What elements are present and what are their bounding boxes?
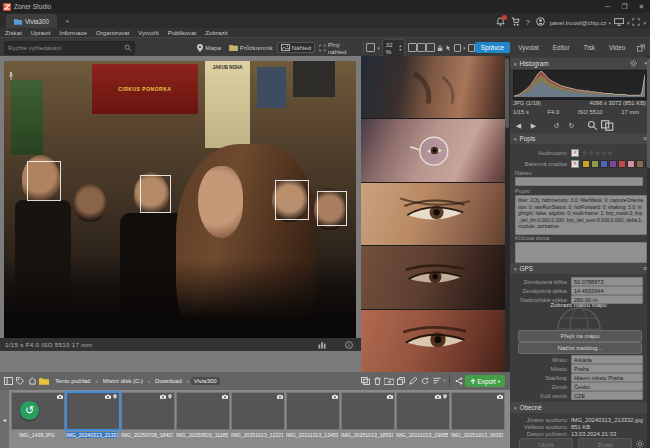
move-to-folder-icon[interactable]	[383, 375, 395, 387]
menu-publikovat[interactable]: Publikovat	[168, 29, 197, 36]
collapse-chevron-icon[interactable]: ▾	[514, 266, 517, 272]
star-icon[interactable]: ☆	[582, 149, 587, 156]
load-tracklog-button[interactable]: Načíst tracklog...	[518, 342, 642, 354]
map-button[interactable]: Mapa	[193, 42, 224, 54]
auto-enhance-icon[interactable]	[454, 44, 461, 52]
home-icon[interactable]	[26, 375, 38, 387]
next-photo-button[interactable]: ▶	[527, 120, 540, 131]
color-swatch[interactable]	[600, 160, 608, 168]
collapse-chevron-icon[interactable]: ▾	[514, 136, 517, 142]
trash-icon[interactable]	[371, 375, 383, 387]
export-button[interactable]: Export ▾	[465, 375, 505, 387]
folder-tab-active[interactable]: Vivia300	[6, 14, 57, 28]
clear-rating-checkbox[interactable]: ✕	[571, 149, 579, 157]
star-rating[interactable]: ☆☆☆☆☆	[582, 149, 613, 156]
thumbnail-img-20240313-213332-j[interactable]: IMG_20240313_213332.j...	[66, 392, 118, 438]
sort-icon[interactable]	[431, 375, 443, 387]
navigate-up-overlay-icon[interactable]: ↺	[20, 401, 39, 420]
thumbnail-img-20251013-122218[interactable]: IMG_20251013_122218...	[231, 392, 283, 438]
panel-settings-gear-icon[interactable]	[636, 440, 644, 448]
collapse-chevron-icon[interactable]: ▾	[514, 405, 517, 411]
close-button[interactable]: ✕	[633, 0, 650, 13]
thumbnail-img-20211013-190851-j[interactable]: IMG_20211013_190851.j...	[396, 392, 448, 438]
face-detection-box[interactable]	[140, 175, 172, 213]
rotate-left-icon[interactable]: ↺	[550, 120, 563, 131]
tab-tisk[interactable]: Tisk	[578, 42, 601, 53]
state-input[interactable]: Hlavní město Praha	[571, 373, 643, 382]
thumbnail-img-20211013-124533-j[interactable]: IMG_20211013_124533.j...	[286, 392, 338, 438]
show-small-map-link[interactable]: Zobrazit malou mapu	[510, 302, 647, 308]
cancel-button[interactable]: Zrušit	[578, 438, 632, 448]
longitude-input[interactable]: 14.4533944	[571, 286, 643, 295]
zoom-crop-3[interactable]	[361, 183, 509, 245]
color-swatch[interactable]	[636, 160, 644, 168]
star-icon[interactable]: ☆	[608, 149, 613, 156]
minimize-button[interactable]: ─	[599, 0, 616, 13]
zoom-crop-5[interactable]	[361, 310, 509, 372]
country-code-input[interactable]: CZE	[571, 391, 643, 400]
rotate-icon[interactable]	[419, 375, 431, 387]
menu-ziskat[interactable]: Získat	[5, 29, 22, 36]
view-options-icon[interactable]	[359, 375, 371, 387]
full-preview-button[interactable]: Plný náhled	[315, 39, 359, 57]
menu-organizovat[interactable]: Organizovat	[96, 29, 129, 36]
compare-icon[interactable]	[601, 120, 614, 131]
menu-upravit[interactable]: Upravit	[31, 29, 51, 36]
color-swatch[interactable]	[591, 160, 599, 168]
clear-color-checkbox[interactable]: ✕	[571, 160, 579, 168]
rotate-right-icon[interactable]: ↻	[565, 120, 578, 131]
thumbnail-img-20251013-000318-j[interactable]: IMG_20251013_000318.j...	[451, 392, 503, 438]
star-icon[interactable]: ☆	[601, 149, 606, 156]
fill-view-icon[interactable]	[417, 43, 426, 52]
face-detection-box[interactable]	[27, 161, 61, 202]
fullscreen-chevron-icon[interactable]: ▾	[643, 20, 646, 26]
breadcrumb-download[interactable]: Download	[152, 377, 185, 385]
thumbnail-img-20250708-184038-j[interactable]: IMG_20250708_184038.j...	[121, 392, 173, 438]
undock-window-icon[interactable]	[637, 44, 645, 52]
face-detection-box[interactable]	[275, 180, 309, 219]
color-swatch[interactable]	[582, 160, 590, 168]
tab-spravce[interactable]: Správce	[475, 42, 510, 53]
zoom-mode-icon[interactable]	[366, 43, 375, 52]
thumbnail-img-20250820-111855[interactable]: IMG_20250820_111855_...	[176, 392, 228, 438]
copy-icon[interactable]	[395, 375, 407, 387]
thumbnail-img-20251013-185316-j[interactable]: IMG_20251013_185316.j...	[341, 392, 393, 438]
name-input[interactable]	[515, 177, 643, 186]
display-settings-button[interactable]	[614, 18, 624, 26]
menu-vytvorit[interactable]: Vytvořit	[138, 29, 158, 36]
country-input[interactable]: Česko	[571, 382, 643, 391]
auto-enhance-chevron-icon[interactable]: ▾	[463, 45, 466, 51]
tab-video[interactable]: Video	[603, 42, 631, 53]
histogram-toggle-icon[interactable]	[318, 341, 327, 349]
zoom-crop-1[interactable]	[361, 56, 509, 118]
share-icon[interactable]	[453, 375, 465, 387]
magnifier-icon[interactable]	[586, 120, 599, 131]
face-detection-box[interactable]	[317, 191, 347, 226]
explorer-button[interactable]: Průzkumník	[225, 42, 277, 53]
notifications-button[interactable]	[496, 17, 505, 26]
fit-view-icon[interactable]	[408, 43, 417, 52]
user-email[interactable]: pavel.trousil@chip.cz	[550, 20, 607, 26]
tab-vyvolat[interactable]: Vyvolat	[512, 42, 545, 53]
search-input[interactable]	[5, 44, 124, 51]
zoom-mode-chevron-icon[interactable]: ▾	[377, 45, 380, 51]
current-folder-icon[interactable]	[38, 375, 50, 387]
filmstrip-scroll-left[interactable]: ◂	[0, 390, 9, 448]
preview-button[interactable]: Náhled	[277, 42, 316, 53]
display-options-icon[interactable]	[468, 44, 475, 52]
one-to-one-icon[interactable]	[426, 43, 435, 52]
general-section-header[interactable]: ▾ Obecné	[510, 402, 650, 413]
gps-section-header[interactable]: ▾ GPS ≡	[510, 263, 650, 274]
collapse-chevron-icon[interactable]: ▾	[514, 61, 517, 67]
breadcrumb-vivia300[interactable]: Vivia300	[191, 377, 220, 385]
save-button[interactable]: Uložit	[519, 438, 573, 448]
previous-photo-button[interactable]: ◀	[512, 120, 525, 131]
zoom-crop-2[interactable]	[361, 119, 509, 181]
star-icon[interactable]: ☆	[595, 149, 600, 156]
pointer-icon[interactable]	[445, 44, 452, 52]
color-swatch[interactable]	[618, 160, 626, 168]
color-swatch[interactable]	[609, 160, 617, 168]
description-textarea[interactable]: filter: 2(3); hdrIntensity: 3.0; filterM…	[515, 195, 647, 235]
account-chevron-icon[interactable]: ▾	[608, 20, 611, 26]
fullscreen-button[interactable]	[632, 18, 640, 26]
